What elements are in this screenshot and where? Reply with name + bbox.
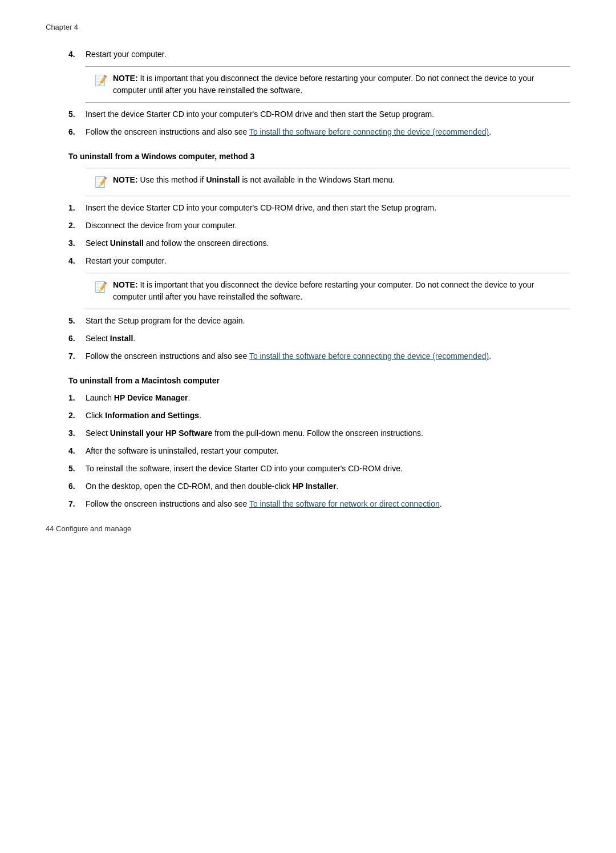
step-6-top: 6. Follow the onscreen instructions and … [68,126,570,138]
mac-step-text-1: Launch HP Device Manager. [86,392,570,404]
mac-step1-after: . [188,393,191,402]
m3-step3-bold: Uninstall [110,238,144,248]
note-content-2: NOTE: Use this method if Uninstall is no… [113,174,561,190]
m3-step-number-7: 7. [68,350,86,362]
mac-step-number-6: 6. [68,480,86,492]
m3-step-3: 3. Select Uninstall and follow the onscr… [68,237,570,249]
m3-step7-before: Follow the onscreen instructions and als… [86,351,249,361]
link-install-network[interactable]: To install the software for network or d… [249,499,440,508]
m3-step-text-2: Disconnect the device from your computer… [86,220,570,232]
mac-step6-before: On the desktop, open the CD-ROM, and the… [86,482,293,491]
mac-step-number-2: 2. [68,410,86,422]
note-box-1: 📝 NOTE: It is important that you disconn… [86,66,570,103]
step-5-top: 5. Insert the device Starter CD into you… [68,108,570,120]
note-box-3: 📝 NOTE: It is important that you disconn… [86,273,570,309]
step-text-5: Insert the device Starter CD into your c… [86,108,570,120]
note-text-1: It is important that you disconnect the … [113,74,534,95]
mac-step-number-7: 7. [68,498,86,510]
mac-step-text-2: Click Information and Settings. [86,410,570,422]
m3-step-number-3: 3. [68,237,86,249]
mac-step-text-3: Select Uninstall your HP Software from t… [86,427,570,439]
step-text-6: Follow the onscreen instructions and als… [86,126,570,138]
m3-step-number-2: 2. [68,220,86,232]
note2-bold: Uninstall [206,175,240,184]
note-icon-1: 📝 [95,73,107,96]
m3-step3-after: and follow the onscreen directions. [144,238,269,248]
mac-step-6: 6. On the desktop, open the CD-ROM, and … [68,480,570,492]
m3-step3-before: Select [86,238,110,248]
mac-step-text-5: To reinstall the software, insert the de… [86,463,570,475]
m3-step-2: 2. Disconnect the device from your compu… [68,220,570,232]
link-install-before-1[interactable]: To install the software before connectin… [249,127,489,136]
note-label-2: NOTE: [113,175,138,184]
m3-step-text-6: Select Install. [86,333,570,345]
m3-step-4: 4. Restart your computer. [68,255,570,267]
m3-step-text-7: Follow the onscreen instructions and als… [86,350,570,362]
mac-step1-before: Launch [86,393,114,402]
chapter-header: Chapter 4 [46,23,570,31]
mac-step-text-4: After the software is uninstalled, resta… [86,445,570,457]
mac-step2-after: . [199,411,201,420]
mac-step-text-6: On the desktop, open the CD-ROM, and the… [86,480,570,492]
mac-step2-bold: Information and Settings [105,411,199,420]
m3-step6-before: Select [86,334,110,343]
step-restart-top: 4. Restart your computer. [68,48,570,60]
m3-step-1: 1. Insert the device Starter CD into you… [68,202,570,214]
mac-step7-before: Follow the onscreen instructions and als… [86,499,249,508]
m3-step-number-1: 1. [68,202,86,214]
mac-step2-before: Click [86,411,105,420]
mac-step-5: 5. To reinstall the software, insert the… [68,463,570,475]
m3-step7-after: . [489,351,491,361]
mac-step-4: 4. After the software is uninstalled, re… [68,445,570,457]
note-icon-2: 📝 [95,175,107,190]
m3-step6-bold: Install [110,334,133,343]
note-label-1: NOTE: [113,74,138,83]
mac-step-number-5: 5. [68,463,86,475]
chapter-label: Chapter 4 [46,23,78,31]
note2-text-after: is not available in the Windows Start me… [240,175,395,184]
note2-text-before: Use this method if [140,175,206,184]
footer-section: Configure and manage [56,524,131,533]
note-icon-3: 📝 [95,280,107,303]
mac-step3-before: Select [86,428,110,438]
mac-step6-bold: HP Installer [293,482,337,491]
link-install-before-2[interactable]: To install the software before connectin… [249,351,489,361]
m3-step-5: 5. Start the Setup program for the devic… [68,315,570,327]
mac-step1-bold: HP Device Manager [114,393,188,402]
mac-step3-bold: Uninstall your HP Software [110,428,212,438]
mac-step-number-3: 3. [68,427,86,439]
mac-step-3: 3. Select Uninstall your HP Software fro… [68,427,570,439]
mac-step6-after: . [336,482,338,491]
page-number: 44 [46,524,54,533]
m3-step-number-4: 4. [68,255,86,267]
page-footer: 44 Configure and manage [46,524,131,533]
mac-step-number-4: 4. [68,445,86,457]
step-6-text-before: Follow the onscreen instructions and als… [86,127,249,136]
m3-step-number-5: 5. [68,315,86,327]
step-6-text-after: . [489,127,491,136]
note-content-3: NOTE: It is important that you disconnec… [113,279,561,303]
mac-step-text-7: Follow the onscreen instructions and als… [86,498,570,510]
step-text: Restart your computer. [86,48,570,60]
mac-step-number-1: 1. [68,392,86,404]
mac-step-7: 7. Follow the onscreen instructions and … [68,498,570,510]
step-number: 4. [68,48,86,60]
section-heading-method3: To uninstall from a Windows computer, me… [68,152,570,161]
note-box-2: 📝 NOTE: Use this method if Uninstall is … [86,168,570,196]
m3-step6-after: . [133,334,135,343]
mac-step3-after: from the pull-down menu. Follow the onsc… [212,428,423,438]
mac-step7-after: . [440,499,442,508]
mac-step-2: 2. Click Information and Settings. [68,410,570,422]
m3-step-6: 6. Select Install. [68,333,570,345]
m3-step-text-5: Start the Setup program for the device a… [86,315,570,327]
m3-step-number-6: 6. [68,333,86,345]
note-label-3: NOTE: [113,280,138,289]
m3-step-text-3: Select Uninstall and follow the onscreen… [86,237,570,249]
step-number-6: 6. [68,126,86,138]
note-content-1: NOTE: It is important that you disconnec… [113,72,561,96]
m3-step-text-1: Insert the device Starter CD into your c… [86,202,570,214]
mac-step-1: 1. Launch HP Device Manager. [68,392,570,404]
note-text-3: It is important that you disconnect the … [113,280,534,301]
step-number-5: 5. [68,108,86,120]
section-heading-mac: To uninstall from a Macintosh computer [68,376,570,385]
